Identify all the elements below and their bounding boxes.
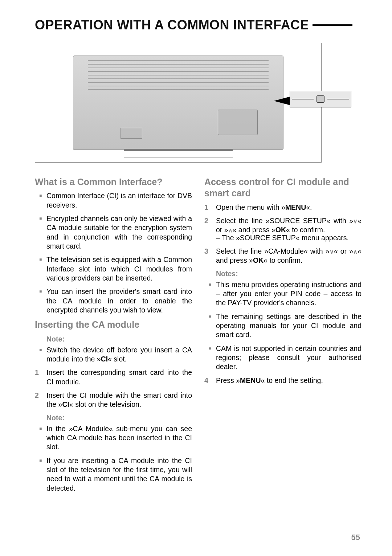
list-item: You can insert the provider's smart card… (46, 287, 192, 315)
vent-grille (88, 59, 269, 90)
list-item: 2Select the line »SOURCE SETUP« with »∨«… (204, 216, 362, 242)
heading-what-is-ci: What is a Common Interface? (35, 176, 192, 188)
heading-access-control: Access control for CI module and smart c… (204, 176, 362, 199)
title-rule (313, 24, 352, 26)
connector-panel (218, 110, 258, 135)
list-item: 1Insert the corresponding smart card int… (35, 368, 192, 387)
access-steps-cont: 4Press »MENU« to end the setting. (204, 376, 362, 385)
what-bullet-list: Common Interface (CI) is an interface fo… (46, 191, 192, 315)
heading-inserting: Inserting the CA module (35, 319, 192, 330)
ci-module-card (290, 91, 351, 107)
list-item: 4Press »MENU« to end the setting. (204, 376, 362, 385)
note-label-2: Note: (46, 414, 192, 422)
list-item: The remaining settings are described in … (216, 312, 362, 340)
list-item: Encrypted channels can only be viewed wi… (46, 214, 192, 251)
insert-steps: 1Insert the corresponding smart card int… (35, 368, 192, 409)
page-title: OPERATION WITH A COMMON INTERFACE (35, 17, 362, 33)
note2-list: In the »CA Module« sub-menu you can see … (46, 424, 192, 493)
list-item: In the »CA Module« sub-menu you can see … (46, 424, 192, 452)
step2-sub: – The »SOURCE SETUP« menu appears. (216, 233, 362, 242)
list-item: Common Interface (CI) is an interface fo… (46, 191, 192, 210)
arrow-icon (274, 97, 290, 105)
list-item: If you are inserting a CA module into th… (46, 456, 192, 493)
notes-list: This menu provides operating instruction… (216, 280, 362, 372)
list-item: The television set is equipped with a Co… (46, 255, 192, 283)
left-column: What is a Common Interface? Common Inter… (35, 173, 192, 497)
title-text: OPERATION WITH A COMMON INTERFACE (35, 17, 309, 33)
down-arrow-icon: ∨ (353, 218, 358, 224)
note-label: Note: (46, 335, 192, 343)
tv-stand (124, 149, 233, 158)
up-arrow-icon: ∧ (228, 228, 233, 233)
list-item: 2Insert the CI module with the smart car… (35, 391, 192, 409)
list-item: This menu provides operating instruction… (216, 280, 362, 308)
right-column: Access control for CI module and smart c… (204, 173, 362, 497)
up-arrow-icon: ∧ (353, 249, 358, 255)
note1-list: Switch the device off before you insert … (46, 346, 192, 364)
list-item: CAM is not supported in certain countrie… (216, 344, 362, 372)
notes-label: Notes: (216, 270, 362, 278)
page-number: 55 (351, 533, 360, 542)
list-item: 3Select the line »CA-Module« with »∨« or… (204, 247, 362, 265)
tv-back-panel (73, 56, 283, 150)
access-steps: 1Open the menu with »MENU«. 2Select the … (204, 203, 362, 265)
list-item: Switch the device off before you insert … (46, 346, 192, 364)
tv-rear-illustration (35, 43, 322, 163)
down-arrow-icon: ∨ (330, 249, 334, 255)
small-panel (121, 128, 142, 139)
list-item: 1Open the menu with »MENU«. (204, 203, 362, 212)
